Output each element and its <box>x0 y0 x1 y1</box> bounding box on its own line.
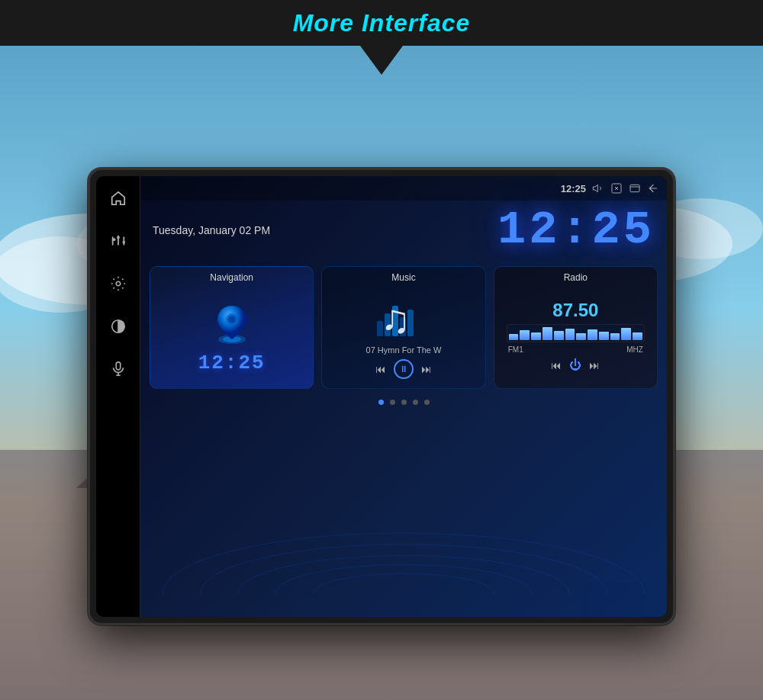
dot-5[interactable] <box>424 400 430 405</box>
svg-point-41 <box>228 316 236 323</box>
radio-band-visualizer <box>507 324 645 342</box>
page-title: More Interface <box>293 9 471 37</box>
navigation-pin-icon <box>211 300 253 348</box>
big-clock-display: 12:25 <box>497 207 655 254</box>
svg-point-17 <box>112 238 115 241</box>
device-screen: 12:25 <box>96 176 667 617</box>
sidebar <box>96 176 140 617</box>
brightness-icon[interactable] <box>105 313 131 339</box>
svg-rect-24 <box>116 362 121 370</box>
car-head-unit: 12:25 <box>88 168 675 625</box>
music-play-button[interactable]: ⏸ <box>394 359 414 379</box>
radio-band-label: FM1 <box>508 345 523 354</box>
clock-section: Tuesday, January 02 PM 12:25 <box>140 201 667 257</box>
svg-point-31 <box>314 573 494 594</box>
header: More Interface <box>0 0 763 46</box>
music-controls: ⏮ ⏸ ⏭ <box>375 355 432 384</box>
navigation-card-title: Navigation <box>150 267 313 286</box>
date-display: Tuesday, January 02 PM <box>153 224 270 236</box>
radio-frequency: 87.50 <box>552 300 598 321</box>
music-next-button[interactable]: ⏭ <box>421 363 432 375</box>
radio-power-button[interactable]: ⏻ <box>569 358 581 372</box>
microphone-icon[interactable] <box>105 356 131 382</box>
radio-card[interactable]: Radio 87.50 <box>494 266 658 389</box>
svg-point-27 <box>163 533 645 594</box>
svg-point-29 <box>238 556 569 594</box>
radio-prev-button[interactable]: ⏮ <box>551 359 562 371</box>
music-card-title: Music <box>322 267 485 286</box>
wave-decoration <box>140 472 667 594</box>
radio-card-title: Radio <box>494 267 657 286</box>
radio-controls: ⏮ ⏻ ⏭ <box>551 354 600 377</box>
navigation-clock: 12:25 <box>198 352 266 374</box>
main-content: 12:25 <box>140 176 667 617</box>
equalizer-icon[interactable] <box>105 228 131 254</box>
navigation-card-body: 12:25 <box>150 286 313 388</box>
back-icon[interactable] <box>647 182 659 194</box>
status-icons <box>592 182 659 194</box>
page-dots <box>140 395 667 409</box>
music-note-icon: ♫ <box>373 291 434 344</box>
dot-2[interactable] <box>390 400 395 405</box>
volume-icon[interactable] <box>592 182 604 194</box>
dot-3[interactable] <box>401 400 407 405</box>
window-icon[interactable] <box>629 182 641 194</box>
svg-marker-32 <box>593 185 597 191</box>
svg-point-28 <box>201 544 607 594</box>
cards-row: Navigation <box>140 260 667 395</box>
svg-point-30 <box>275 564 531 594</box>
close-icon[interactable] <box>610 182 623 194</box>
status-time: 12:25 <box>561 183 586 194</box>
svg-point-21 <box>122 241 125 244</box>
hero-section: 12:25 <box>0 46 763 700</box>
dot-4[interactable] <box>413 400 418 405</box>
music-card-body: ♫ 07 Hymn For The W ⏮ ⏸ ⏭ <box>322 286 485 388</box>
music-card[interactable]: Music <box>321 266 485 389</box>
home-icon[interactable] <box>105 185 131 211</box>
svg-text:♫: ♫ <box>381 297 410 341</box>
svg-point-22 <box>116 281 121 286</box>
settings-icon[interactable] <box>105 271 131 297</box>
svg-point-19 <box>117 236 120 239</box>
radio-next-button[interactable]: ⏭ <box>589 359 600 371</box>
down-arrow-indicator <box>360 46 403 75</box>
svg-rect-36 <box>630 185 639 191</box>
radio-card-body: 87.50 <box>494 286 657 388</box>
radio-labels: FM1 MHZ <box>507 345 645 354</box>
dot-1[interactable] <box>378 400 384 405</box>
navigation-card[interactable]: Navigation <box>150 266 314 389</box>
status-bar: 12:25 <box>140 176 667 201</box>
music-prev-button[interactable]: ⏮ <box>375 363 386 375</box>
music-song-title: 07 Hymn For The W <box>366 345 442 355</box>
radio-unit-label: MHZ <box>626 345 643 354</box>
